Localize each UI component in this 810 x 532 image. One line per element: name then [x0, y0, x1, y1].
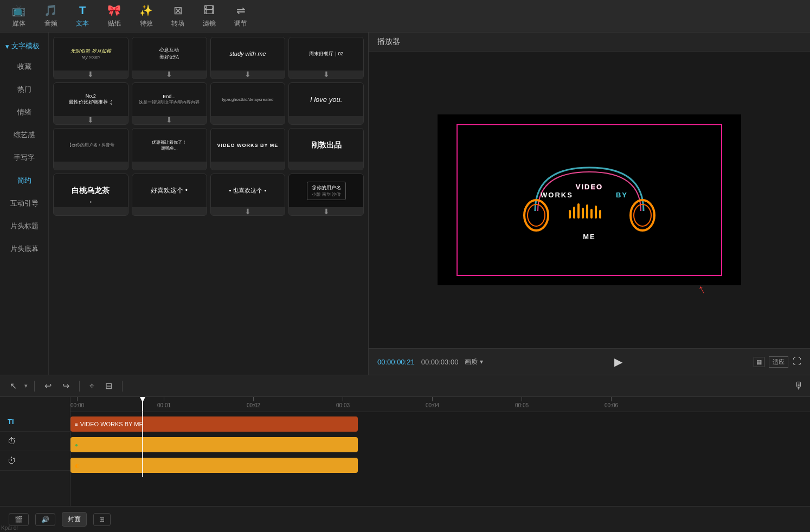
svg-text:WORKS: WORKS	[541, 191, 573, 199]
template-footer-1: ⬇	[54, 70, 128, 79]
template-grid: 光阴似箭 岁月如梭 My Youth ⬇ 心意互动美好记忆	[51, 35, 366, 218]
audio-track-button[interactable]: 🔊	[35, 513, 55, 526]
audio-clip-2[interactable]: ◐	[70, 458, 358, 473]
divider-2	[79, 381, 80, 392]
template-card-3[interactable]: study with me ⬇	[210, 37, 286, 79]
template-preview-14: 好喜欢这个 •	[132, 174, 207, 207]
template-footer-6: ⬇	[132, 116, 207, 124]
template-card-5[interactable]: No.2最性价比好物推荐 :) ⬇	[53, 82, 128, 125]
download-icon-2: ⬇	[166, 70, 172, 79]
template-card-6[interactable]: End...这是一段说明文字内容内容内容 ⬇	[132, 82, 207, 125]
ruler-mark-6: 00:06	[605, 397, 618, 408]
effects-icon: ✨	[139, 4, 153, 17]
toolbar-media-label: 媒体	[12, 19, 25, 28]
template-card-7[interactable]: type.ghostkid/delaycreated	[210, 82, 286, 125]
player-controls: 00:00:00:21 00:00:03:00 画质 ▾ ▶ ▦ 适应 ⛶	[369, 348, 810, 375]
template-card-11[interactable]: VIDEO WORKS BY ME	[210, 128, 286, 170]
toolbar-adjust[interactable]: ⇌ 调节	[228, 2, 254, 30]
toolbar-effects[interactable]: ✨ 特效	[133, 2, 159, 30]
svg-rect-10	[590, 209, 593, 219]
text-clip[interactable]: ≡ VIDEO WORKS BY ME	[70, 416, 358, 432]
text-track-icon: TI	[8, 418, 14, 426]
split-button[interactable]: ⌖	[86, 379, 98, 393]
template-card-13[interactable]: 白桃乌龙茶 •	[53, 174, 128, 216]
text-icon: T	[79, 4, 86, 17]
svg-rect-7	[577, 203, 580, 219]
template-card-4[interactable]: 周末好餐厅｜02 ⬇	[288, 37, 364, 79]
sidebar-item-hot[interactable]: 热门	[2, 79, 46, 100]
select-tool[interactable]: ↖	[7, 379, 20, 393]
template-card-9[interactable]: 【@你的用户名 / 抖音号	[53, 128, 128, 170]
ruler-mark-3: 00:03	[336, 397, 350, 408]
template-footer-16: ⬇	[289, 207, 363, 215]
sidebar-item-variety[interactable]: 综艺感	[2, 125, 46, 145]
chevron-down-icon: ▾	[5, 42, 9, 50]
ruler-mark-0: 00:00	[70, 397, 84, 408]
sidebar-item-interactive[interactable]: 互动引导	[2, 193, 46, 214]
template-card-12[interactable]: 刚敦出品	[288, 128, 364, 170]
trim-button[interactable]: ⊟	[102, 379, 115, 393]
toolbar-audio[interactable]: 🎵 音频	[37, 2, 64, 30]
sidebar-item-handwrite[interactable]: 手写字	[2, 148, 46, 168]
waveform-icon[interactable]: ▦	[754, 357, 764, 367]
category-header: ▾ 文字模板	[0, 37, 48, 55]
orange-dot-icon: ◐	[75, 463, 80, 469]
template-footer-3: ⬇	[211, 70, 285, 79]
template-card-10[interactable]: 优惠都让着你了！鸡鸭鱼...	[132, 128, 207, 170]
export-button[interactable]: ⊞	[93, 513, 111, 526]
play-button[interactable]: ▶	[609, 353, 627, 370]
player-canvas: VIDEO VIDEO WORKS BY ME ↑	[438, 114, 741, 285]
template-card-15[interactable]: • 也喜欢这个 • ⬇	[210, 174, 286, 216]
svg-text:ME: ME	[583, 233, 596, 241]
toolbar-text[interactable]: T 文本	[69, 2, 95, 30]
template-preview-8: I love you.	[289, 83, 363, 116]
template-card-16[interactable]: @你的用户名 小憩 南华 沙僧 ⬇	[288, 174, 364, 216]
right-panel: 播放器	[369, 33, 810, 375]
template-footer-7	[211, 116, 285, 124]
fit-screen-button[interactable]: 适应	[769, 356, 788, 368]
template-preview-16: @你的用户名 小憩 南华 沙僧	[289, 174, 363, 207]
template-card-14[interactable]: 好喜欢这个 •	[132, 174, 207, 216]
template-preview-15: • 也喜欢这个 •	[211, 174, 285, 207]
redo-button[interactable]: ↪	[59, 379, 73, 393]
timeline-right: 00:00 00:01 00:02 00:03 00:04	[70, 397, 810, 506]
main-area: ▾ 文字模板 收藏 热门 情绪 综艺感 手写字 简约 互动引导 片头标题 片头底…	[0, 33, 810, 375]
tool-dropdown[interactable]: ▾	[24, 382, 28, 389]
fullscreen-button[interactable]: ⛶	[793, 357, 801, 367]
microphone-button[interactable]: 🎙	[794, 380, 803, 392]
track-row-audio2: ◐	[70, 456, 810, 475]
template-footer-15: ⬇	[211, 207, 285, 215]
toolbar-media[interactable]: 📺 媒体	[5, 2, 32, 30]
watermark: Kpai or	[1, 525, 18, 531]
toolbar-effects-label: 特效	[140, 19, 153, 28]
toolbar-filter[interactable]: 🎞 滤镜	[196, 2, 222, 30]
quality-selector[interactable]: 画质 ▾	[465, 357, 483, 367]
toolbar-text-label: 文本	[76, 19, 89, 28]
template-preview-5: No.2最性价比好物推荐 :)	[54, 83, 128, 116]
sidebar-item-simple[interactable]: 简约	[2, 170, 46, 191]
player-area: VIDEO VIDEO WORKS BY ME ↑	[369, 52, 810, 348]
template-card-8[interactable]: I love you.	[288, 82, 364, 125]
toolbar-transition[interactable]: ⊠ 转场	[165, 2, 191, 30]
audio-clip-1[interactable]: ●	[70, 437, 358, 452]
template-footer-13	[54, 207, 128, 215]
track-row-text: ≡ VIDEO WORKS BY ME	[70, 414, 810, 434]
top-toolbar: 📺 媒体 🎵 音频 T 文本 🎀 贴纸 ✨ 特效 ⊠ 转场 🎞 滤镜 ⇌ 调节	[0, 0, 810, 33]
sidebar-item-favorites[interactable]: 收藏	[2, 56, 46, 77]
template-card-2[interactable]: 心意互动美好记忆 ⬇	[132, 37, 207, 79]
sidebar: ▾ 文字模板 收藏 热门 情绪 综艺感 手写字 简约 互动引导 片头标题 片头底…	[0, 33, 49, 375]
template-footer-5: ⬇	[54, 116, 128, 124]
template-preview-6: End...这是一段说明文字内容内容内容	[132, 83, 207, 116]
template-footer-8	[289, 116, 363, 124]
cover-button[interactable]: 封面	[62, 512, 87, 527]
video-track-button[interactable]: 🎬	[9, 513, 29, 526]
sidebar-item-custom[interactable]: 片头底幕	[2, 239, 46, 259]
undo-button[interactable]: ↩	[41, 379, 55, 393]
clock-icon-1: ⏱	[8, 437, 16, 446]
toolbar-sticker[interactable]: 🎀 贴纸	[101, 2, 127, 30]
template-card-1[interactable]: 光阴似箭 岁月如梭 My Youth ⬇	[53, 37, 128, 79]
ruler-mark-1: 00:01	[157, 397, 171, 408]
sidebar-item-title[interactable]: 片头标题	[2, 216, 46, 236]
filter-icon: 🎞	[204, 4, 215, 17]
sidebar-item-emotion[interactable]: 情绪	[2, 102, 46, 123]
